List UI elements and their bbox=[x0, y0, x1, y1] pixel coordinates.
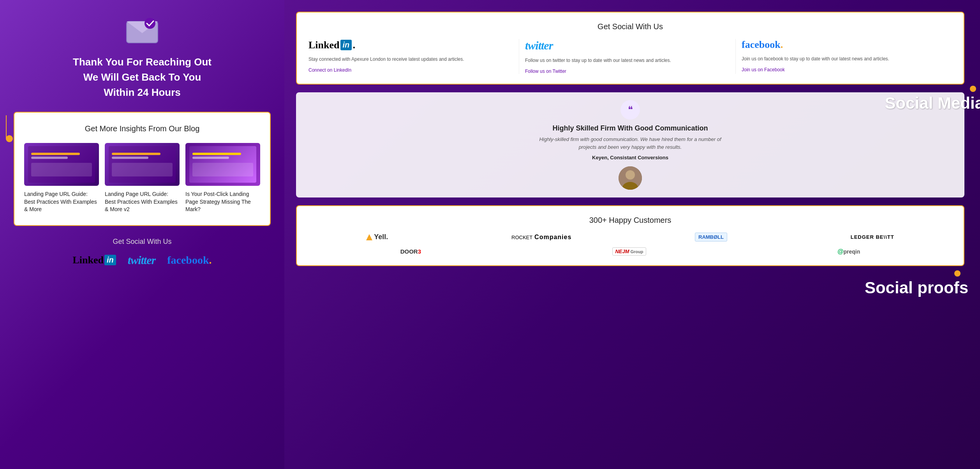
blog-card-img-1 bbox=[24, 143, 99, 186]
blog-cards: Landing Page URL Guide: Best Practices W… bbox=[24, 143, 260, 213]
svg-point-4 bbox=[626, 170, 635, 180]
social-proofs-label-area: Social proofs bbox=[865, 270, 968, 297]
blog-card-title-1: Landing Page URL Guide: Best Practices W… bbox=[24, 190, 99, 213]
quote-icon: ❝ bbox=[620, 100, 640, 120]
blog-card-2[interactable]: Landing Page URL Guide: Best Practices W… bbox=[105, 143, 180, 213]
social-box: Get Social With Us Linked in . Stay conn… bbox=[296, 12, 964, 85]
door3-logo: DOOR3 bbox=[400, 248, 421, 255]
ramboll-logo: RAMBØLL bbox=[695, 233, 727, 242]
social-proofs-dot bbox=[954, 270, 961, 277]
preqin-logo: @preqin bbox=[837, 248, 860, 255]
testimonial-author: Keyen, Consistant Conversions bbox=[304, 155, 957, 160]
social-media-label-area: Social Media bbox=[885, 86, 980, 113]
social-media-label: Social Media bbox=[885, 94, 980, 113]
social-network-linkedin: Linked in . Stay connected with Apexure … bbox=[308, 39, 519, 74]
twitter-link[interactable]: Follow us on Twitter bbox=[525, 69, 730, 74]
linkedin-logo-left[interactable]: Linked in bbox=[73, 254, 116, 266]
twitter-logo-right: twitter bbox=[525, 39, 730, 52]
customers-title: 300+ Happy Customers bbox=[308, 216, 952, 225]
rocket-logo: ROCKET Companies bbox=[511, 234, 571, 241]
testimonial-avatar bbox=[619, 166, 642, 190]
blog-card-img-2 bbox=[105, 143, 180, 186]
linkedin-link[interactable]: Connect on LinkedIn bbox=[308, 67, 513, 73]
facebook-logo-right: facebook. bbox=[742, 39, 946, 51]
blog-card-3[interactable]: Is Your Post-Click Landing Page Strategy… bbox=[185, 143, 260, 213]
social-box-title: Get Social With Us bbox=[308, 22, 952, 31]
social-title-left: Get Social With Us bbox=[14, 238, 271, 246]
testimonial-title: Highly Skilled Firm With Good Communicat… bbox=[304, 124, 957, 132]
customer-logos-row-2: DOOR3 NEJM Group @preqin bbox=[308, 247, 952, 256]
linkedin-text: Linked bbox=[73, 254, 104, 266]
social-section-left: Get Social With Us Linked in twitter fac… bbox=[14, 238, 271, 271]
blog-card-title-3: Is Your Post-Click Landing Page Strategy… bbox=[185, 190, 260, 213]
customer-logos-row-1: Yell. ROCKET Companies RAMBØLL LEDGER BE… bbox=[308, 233, 952, 242]
blog-card-1[interactable]: Landing Page URL Guide: Best Practices W… bbox=[24, 143, 99, 213]
customer-logos: Yell. ROCKET Companies RAMBØLL LEDGER BE… bbox=[308, 233, 952, 256]
blog-box: Get More Insights From Our Blog Landing … bbox=[14, 112, 271, 226]
yell-logo: Yell. bbox=[366, 233, 388, 241]
blog-dot-indicator bbox=[6, 135, 13, 142]
social-media-dot bbox=[970, 86, 976, 92]
customers-box: 300+ Happy Customers Yell. ROCKET Compan… bbox=[296, 205, 964, 266]
svg-marker-6 bbox=[366, 234, 372, 240]
x-icon-corner bbox=[925, 19, 957, 52]
blog-box-title: Get More Insights From Our Blog bbox=[24, 124, 260, 133]
twitter-logo-left[interactable]: twitter bbox=[128, 254, 155, 267]
email-icon bbox=[125, 16, 160, 47]
social-network-twitter: twitter Follow us on twitter to stay up … bbox=[525, 39, 736, 74]
nejm-logo: NEJM Group bbox=[612, 247, 646, 256]
social-network-facebook: facebook. Join us on facebook to stay up… bbox=[742, 39, 952, 74]
customers-area: Social proofs 300+ Happy Customers Yell.… bbox=[296, 205, 964, 266]
social-logos-row: Linked in twitter facebook. bbox=[14, 254, 271, 267]
social-networks: Linked in . Stay connected with Apexure … bbox=[308, 39, 952, 74]
ledger-logo: LEDGER BE\\TT bbox=[851, 234, 894, 240]
linkedin-logo-right: Linked in . bbox=[308, 39, 513, 51]
testimonial-text: Highly-skilled firm with good communicat… bbox=[533, 136, 728, 151]
left-panel: Thank You For Reaching Out We Will Get B… bbox=[0, 0, 284, 469]
twitter-desc: Follow us on twitter to stay up to date … bbox=[525, 57, 730, 64]
facebook-desc: Join us on facebook to stay up to date w… bbox=[742, 55, 946, 62]
facebook-logo-left[interactable]: facebook. bbox=[167, 254, 212, 266]
social-proofs-label: Social proofs bbox=[865, 279, 968, 297]
blog-card-img-3 bbox=[185, 143, 260, 186]
blog-card-title-2: Landing Page URL Guide: Best Practices W… bbox=[105, 190, 180, 213]
thank-you-heading: Thank You For Reaching Out We Will Get B… bbox=[73, 55, 212, 100]
linkedin-desc: Stay connected with Apexure London to re… bbox=[308, 56, 513, 63]
blog-line-indicator bbox=[6, 115, 7, 139]
right-panel: Social Media Get Social With Us Linked i… bbox=[284, 0, 980, 469]
linkedin-badge: in bbox=[104, 255, 116, 265]
testimonial-section: ❝ Highly Skilled Firm With Good Communic… bbox=[296, 92, 964, 197]
svg-point-2 bbox=[145, 18, 155, 29]
facebook-link[interactable]: Join us on Facebook bbox=[742, 67, 946, 72]
